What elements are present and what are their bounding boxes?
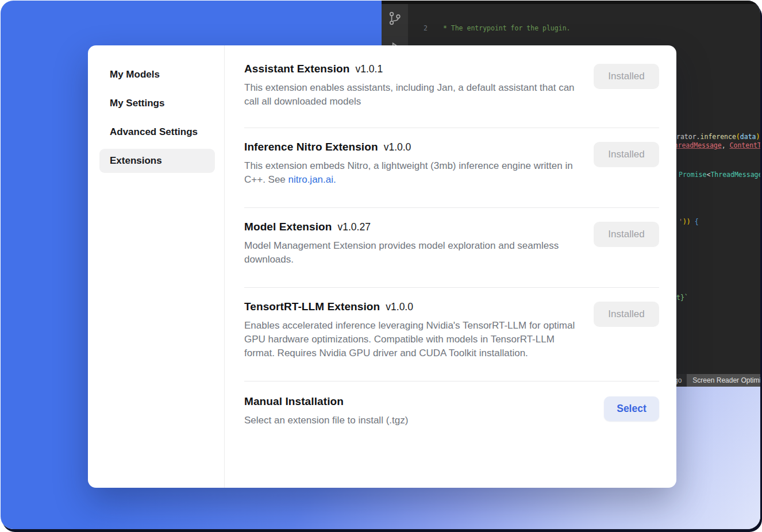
manual-installation-description: Select an extension file to install (.tg… — [244, 414, 578, 427]
code-fragment: t}` — [676, 294, 688, 302]
select-file-button[interactable]: Select — [604, 396, 659, 421]
extension-title: Model Extension v1.0.27 — [244, 221, 578, 233]
extension-version: v1.0.27 — [337, 221, 370, 233]
manual-installation-row: Manual Installation Select an extension … — [244, 381, 659, 427]
code-fragment: ')) { — [679, 218, 699, 226]
extension-row-nitro: Inference Nitro Extension v1.0.0 This ex… — [244, 128, 659, 208]
installed-button[interactable]: Installed — [594, 222, 659, 247]
manual-installation-info: Manual Installation Select an extension … — [244, 395, 578, 427]
extension-info: Assistant Extension v1.0.1 This extensio… — [244, 63, 578, 109]
extension-description: This extension embeds Nitro, a lightweig… — [244, 159, 578, 187]
nitro-jan-ai-link[interactable]: nitro.jan.ai. — [288, 174, 336, 185]
extension-description: Enables accelerated inference leveraging… — [244, 319, 578, 360]
code-line: 2 * The entrypoint for the plugin. — [408, 24, 760, 33]
extensions-panel: Assistant Extension v1.0.1 This extensio… — [225, 45, 676, 488]
extension-info: Model Extension v1.0.27 Model Management… — [244, 221, 578, 267]
extension-version: v1.0.1 — [356, 63, 383, 75]
extension-title: Inference Nitro Extension v1.0.0 — [244, 141, 578, 153]
sidebar-item-my-settings[interactable]: My Settings — [99, 91, 215, 115]
code-fragment: rator.inference(data)); — [676, 133, 760, 141]
extension-title: Assistant Extension v1.0.1 — [244, 63, 578, 75]
screen-reader-status[interactable]: Screen Reader Optimize — [687, 374, 760, 387]
extension-version: v1.0.0 — [386, 301, 413, 313]
manual-installation-title: Manual Installation — [244, 395, 578, 408]
extension-row-assistant: Assistant Extension v1.0.1 This extensio… — [244, 63, 659, 128]
extension-row-model: Model Extension v1.0.27 Model Management… — [244, 208, 659, 288]
extension-info: Inference Nitro Extension v1.0.0 This ex… — [244, 141, 578, 187]
extension-name: Assistant Extension — [244, 63, 350, 75]
sidebar-item-my-models[interactable]: My Models — [99, 63, 215, 87]
extension-description: Model Management Extension provides mode… — [244, 239, 578, 267]
section-name: Manual Installation — [244, 395, 344, 408]
code-fragment: Promise<ThreadMessage> — [679, 171, 760, 179]
extension-description: This extension enables assistants, inclu… — [244, 81, 578, 109]
settings-modal: My Models My Settings Advanced Settings … — [88, 45, 676, 488]
extension-info: TensortRT-LLM Extension v1.0.0 Enables a… — [244, 300, 578, 360]
source-control-icon[interactable] — [387, 11, 402, 26]
extension-title: TensortRT-LLM Extension v1.0.0 — [244, 300, 578, 313]
extension-name: Model Extension — [244, 221, 332, 233]
extension-version: v1.0.0 — [384, 141, 411, 153]
line-number: 2 — [408, 24, 428, 33]
sidebar-item-extensions[interactable]: Extensions — [99, 149, 215, 173]
sidebar-item-advanced-settings[interactable]: Advanced Settings — [99, 120, 215, 144]
settings-sidebar: My Models My Settings Advanced Settings … — [88, 45, 225, 488]
installed-button[interactable]: Installed — [594, 64, 659, 89]
installed-button[interactable]: Installed — [594, 142, 659, 167]
code-text: * The entrypoint for the plugin. — [439, 24, 570, 33]
extension-row-tensorrt: TensortRT-LLM Extension v1.0.0 Enables a… — [244, 288, 659, 381]
app-window: 2 * The entrypoint for the plugin. 3 */ … — [1, 1, 760, 529]
extension-name: TensortRT-LLM Extension — [244, 300, 380, 313]
installed-button[interactable]: Installed — [594, 302, 659, 327]
extension-name: Inference Nitro Extension — [244, 141, 378, 153]
